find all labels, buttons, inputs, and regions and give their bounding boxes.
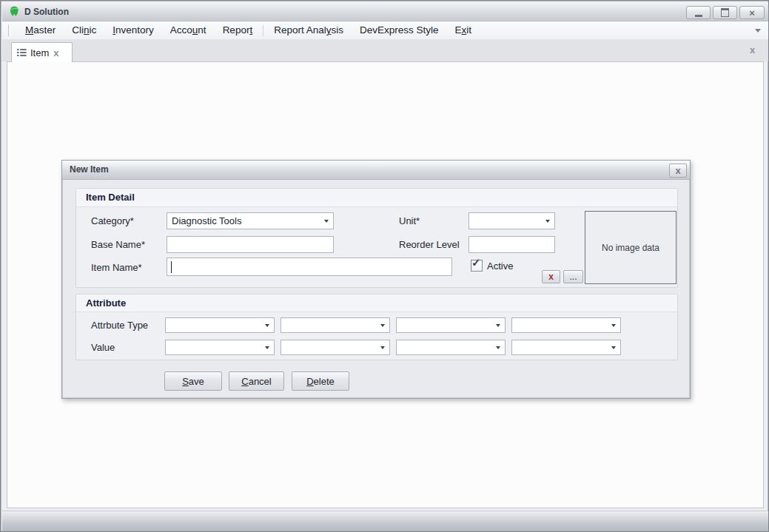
status-bar [2, 511, 768, 531]
menu-item-report[interactable]: Report [215, 21, 261, 39]
maximize-button[interactable] [713, 6, 737, 19]
reorder-level-label: Reorder Level [399, 239, 460, 250]
attribute-value-label: Value [91, 342, 115, 353]
base-name-field[interactable] [167, 236, 334, 253]
item-name-field[interactable] [167, 257, 452, 276]
chevron-down-icon[interactable] [265, 324, 269, 327]
unit-combo[interactable] [469, 212, 555, 229]
image-preview-box[interactable]: No image data [585, 211, 676, 284]
attribute-type-combo-2[interactable] [281, 317, 390, 333]
menu-item-inventory[interactable]: Inventory [104, 21, 162, 39]
dialog-cancel-button[interactable]: Cancel [229, 371, 284, 391]
tab-close-icon[interactable]: x [53, 48, 58, 58]
dialog-save-button[interactable]: Save [164, 371, 222, 391]
attribute-value-combo-1[interactable] [165, 340, 275, 355]
chevron-down-icon[interactable] [545, 220, 550, 223]
close-button[interactable]: × [739, 6, 765, 19]
text-caret [171, 261, 172, 273]
attribute-type-combo-4[interactable] [511, 317, 621, 333]
list-icon [17, 48, 27, 57]
close-icon: x [675, 166, 680, 175]
item-detail-heading-strip: Item Detail [76, 189, 677, 207]
dialog-title: New Item [70, 164, 109, 175]
attribute-group: Attribute Attrbute Type Value [75, 294, 678, 360]
attribute-type-combo-3[interactable] [396, 317, 506, 333]
menu-item-exit[interactable]: Exit [447, 21, 480, 39]
menu-item-devexpress-style[interactable]: DevExpress Style [352, 21, 447, 39]
maximize-icon [721, 8, 729, 17]
browse-image-button[interactable]: ... [563, 270, 583, 283]
item-detail-heading: Item Detail [86, 192, 135, 203]
dialog-title-bar[interactable]: New Item [62, 161, 690, 180]
unit-label: Unit* [399, 215, 420, 226]
menu-item-account[interactable]: Account [162, 21, 215, 39]
category-combo-value: Diagnostic Tools [172, 215, 241, 226]
chevron-down-icon[interactable] [496, 324, 500, 327]
menu-separator [263, 25, 263, 36]
item-name-label: Item Name* [91, 262, 142, 273]
active-checkbox-label: Active [487, 260, 513, 272]
reorder-level-field[interactable] [469, 236, 555, 253]
category-combo[interactable]: Diagnostic Tools [167, 212, 334, 229]
no-image-text: No image data [602, 243, 659, 253]
minimize-button[interactable] [686, 6, 711, 19]
attribute-type-combo-1[interactable] [165, 317, 275, 333]
chevron-down-icon[interactable] [324, 220, 329, 223]
menu-item-clinic[interactable]: Clinic [64, 21, 104, 39]
tabstrip-close-icon[interactable]: x [750, 45, 755, 55]
tab-label: Item [30, 47, 49, 58]
active-checkbox[interactable]: Active [471, 260, 513, 272]
app-window: D Solution × Master Clinic Inventory Acc… [0, 0, 769, 532]
chevron-down-icon[interactable] [265, 346, 269, 349]
attribute-value-combo-3[interactable] [396, 340, 506, 355]
remove-image-button[interactable]: x [542, 270, 560, 283]
category-label: Category* [91, 215, 134, 226]
menu-item-master[interactable]: Master [17, 21, 64, 39]
title-bar: D Solution × [2, 2, 768, 21]
chevron-down-icon[interactable] [611, 346, 616, 349]
attribute-value-combo-2[interactable] [281, 340, 390, 355]
menu-grip [8, 24, 11, 36]
menu-item-report-analysis[interactable]: Report Analysis [266, 21, 352, 39]
chevron-down-icon[interactable] [380, 324, 385, 327]
new-item-dialog: New Item x Item Detail Category* Diagnos… [61, 160, 691, 399]
attribute-heading: Attribute [86, 297, 126, 309]
tab-item[interactable]: Item x [11, 42, 73, 62]
minimize-icon [695, 15, 702, 17]
tab-strip [2, 40, 768, 61]
attribute-heading-strip: Attribute [76, 294, 677, 312]
chevron-down-icon[interactable] [380, 346, 385, 349]
dialog-close-button[interactable]: x [669, 164, 687, 178]
checkbox-icon[interactable] [471, 260, 483, 272]
app-logo-icon [9, 6, 21, 18]
attribute-value-combo-4[interactable] [511, 340, 621, 355]
base-name-label: Base Name* [91, 239, 145, 250]
close-icon: × [749, 8, 755, 18]
menu-overflow-chevron-icon[interactable] [755, 29, 761, 33]
dialog-delete-button[interactable]: Delete [292, 371, 349, 391]
attribute-type-label: Attrbute Type [91, 320, 148, 331]
item-detail-group: Item Detail Category* Diagnostic Tools U… [75, 188, 678, 288]
menu-bar: Master Clinic Inventory Account Report R… [2, 21, 768, 40]
chevron-down-icon[interactable] [611, 324, 616, 327]
chevron-down-icon[interactable] [496, 346, 500, 349]
window-title: D Solution [24, 7, 69, 17]
